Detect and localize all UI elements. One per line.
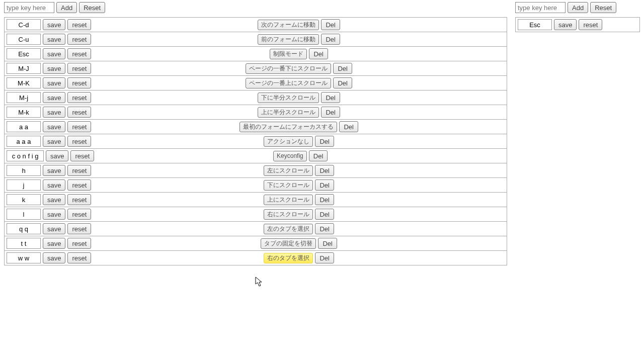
- action-button[interactable]: 上に半分スクロール: [258, 107, 319, 118]
- key-field[interactable]: [7, 136, 41, 147]
- save-button[interactable]: save: [46, 150, 68, 161]
- del-button[interactable]: Del: [321, 92, 340, 103]
- save-button[interactable]: save: [43, 107, 65, 118]
- del-button[interactable]: Del: [321, 34, 340, 45]
- right-add-button[interactable]: Add: [568, 2, 588, 13]
- row-reset-button[interactable]: reset: [67, 252, 91, 263]
- del-button[interactable]: Del: [315, 223, 334, 234]
- del-button[interactable]: Del: [339, 121, 358, 132]
- del-button[interactable]: Del: [315, 194, 334, 205]
- action-button[interactable]: 最初のフォームにフォーカスする: [239, 122, 337, 132]
- row-reset-button[interactable]: reset: [67, 136, 91, 147]
- del-button[interactable]: Del: [321, 107, 340, 118]
- key-field[interactable]: [7, 77, 41, 88]
- key-field[interactable]: [7, 19, 41, 30]
- action-button[interactable]: ページの一番上にスクロール: [246, 78, 331, 88]
- del-button[interactable]: Del: [318, 238, 337, 249]
- key-field[interactable]: [7, 92, 41, 103]
- key-field[interactable]: [7, 252, 41, 263]
- key-field[interactable]: [7, 34, 41, 45]
- action-button[interactable]: 前のフォームに移動: [258, 34, 319, 45]
- row-reset-button[interactable]: reset: [67, 179, 91, 191]
- action-button[interactable]: 制限モード: [270, 49, 307, 59]
- right-key-input[interactable]: [515, 2, 566, 13]
- save-button[interactable]: save: [43, 194, 65, 205]
- del-button[interactable]: Del: [315, 252, 334, 263]
- action-button[interactable]: 下にスクロール: [264, 180, 313, 191]
- del-button[interactable]: Del: [315, 179, 334, 191]
- key-field[interactable]: [7, 107, 41, 118]
- save-button[interactable]: save: [43, 252, 65, 263]
- del-button[interactable]: Del: [333, 77, 352, 88]
- save-button[interactable]: save: [43, 238, 65, 249]
- key-field[interactable]: [7, 150, 44, 161]
- left-add-button[interactable]: Add: [56, 2, 77, 13]
- row-reset-button[interactable]: reset: [67, 63, 91, 74]
- save-button[interactable]: save: [43, 223, 65, 234]
- del-button[interactable]: Del: [321, 19, 340, 30]
- left-reset-button[interactable]: Reset: [79, 2, 105, 13]
- del-button[interactable]: Del: [309, 150, 328, 161]
- save-button[interactable]: save: [43, 179, 65, 191]
- right-reset-button[interactable]: Reset: [590, 2, 616, 13]
- binding-row: savereset次のフォームに移動Del: [4, 17, 507, 32]
- mouse-cursor-icon: [255, 277, 264, 288]
- key-field[interactable]: [7, 194, 41, 205]
- action-button[interactable]: ページの一番下にスクロール: [246, 63, 331, 74]
- save-button[interactable]: save: [43, 92, 65, 103]
- save-button[interactable]: save: [43, 136, 65, 147]
- save-button[interactable]: save: [43, 48, 65, 59]
- row-reset-button[interactable]: reset: [67, 209, 91, 220]
- row-reset-button[interactable]: reset: [67, 121, 91, 132]
- del-button[interactable]: Del: [333, 63, 352, 74]
- action-button[interactable]: 右にスクロール: [264, 209, 313, 220]
- left-key-input[interactable]: [4, 2, 54, 13]
- del-button[interactable]: Del: [309, 48, 328, 59]
- action-button[interactable]: Keyconfig: [273, 151, 307, 161]
- binding-row: savereset前のフォームに移動Del: [4, 32, 507, 46]
- save-button[interactable]: save: [43, 19, 65, 30]
- row-reset-button[interactable]: reset: [67, 107, 91, 118]
- row-reset-button[interactable]: reset: [67, 238, 91, 249]
- row-reset-button[interactable]: reset: [67, 92, 91, 103]
- key-field[interactable]: [7, 63, 41, 74]
- action-button[interactable]: 上にスクロール: [264, 195, 313, 205]
- del-button[interactable]: Del: [315, 165, 334, 176]
- save-button[interactable]: save: [43, 209, 65, 220]
- left-toolbar: Add Reset: [4, 2, 507, 13]
- row-reset-button[interactable]: reset: [579, 19, 602, 30]
- row-reset-button[interactable]: reset: [67, 48, 91, 59]
- key-field[interactable]: [7, 48, 41, 59]
- key-field[interactable]: [7, 209, 41, 220]
- action-button[interactable]: タブの固定を切替: [261, 238, 316, 249]
- row-reset-button[interactable]: reset: [67, 223, 91, 234]
- save-button[interactable]: save: [554, 19, 577, 30]
- binding-row: savereset左にスクロールDel: [4, 163, 507, 177]
- del-button[interactable]: Del: [315, 136, 334, 147]
- key-field[interactable]: [518, 19, 552, 30]
- save-button[interactable]: save: [43, 77, 65, 88]
- key-field[interactable]: [7, 165, 41, 176]
- right-panel: Add Reset savereset: [515, 2, 640, 32]
- save-button[interactable]: save: [43, 165, 65, 176]
- action-button[interactable]: 左のタブを選択: [264, 224, 313, 234]
- row-reset-button[interactable]: reset: [67, 77, 91, 88]
- key-field[interactable]: [7, 223, 41, 234]
- key-field[interactable]: [7, 238, 41, 249]
- row-reset-button[interactable]: reset: [67, 194, 91, 205]
- key-field[interactable]: [7, 121, 41, 132]
- action-button[interactable]: 左にスクロール: [264, 165, 313, 176]
- row-reset-button[interactable]: reset: [67, 19, 91, 30]
- save-button[interactable]: save: [43, 34, 65, 45]
- save-button[interactable]: save: [43, 121, 65, 132]
- action-button[interactable]: 次のフォームに移動: [258, 20, 319, 30]
- action-button[interactable]: 右のタブを選択: [264, 253, 313, 263]
- key-field[interactable]: [7, 179, 41, 191]
- row-reset-button[interactable]: reset: [67, 165, 91, 176]
- save-button[interactable]: save: [43, 63, 65, 74]
- del-button[interactable]: Del: [315, 209, 334, 220]
- action-button[interactable]: 下に半分スクロール: [258, 93, 319, 103]
- action-button[interactable]: アクションなし: [264, 136, 313, 147]
- row-reset-button[interactable]: reset: [70, 150, 94, 161]
- row-reset-button[interactable]: reset: [67, 34, 91, 45]
